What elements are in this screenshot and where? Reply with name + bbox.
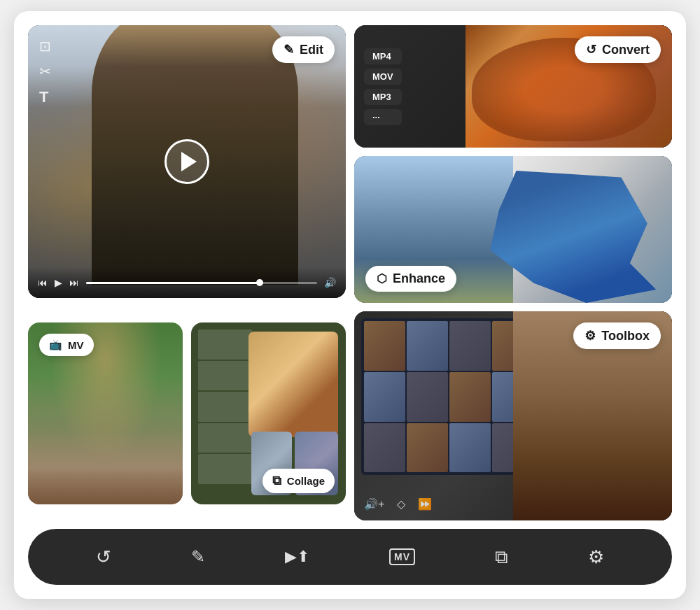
collage-cell-4 (198, 423, 252, 453)
next-icon[interactable]: ⏭ (69, 277, 79, 288)
thumb-9 (364, 423, 405, 473)
thumb-5 (364, 372, 405, 422)
mv-card[interactable]: 📺 MV (28, 322, 183, 504)
thumb-3 (449, 321, 491, 371)
toolbox-badge[interactable]: ⚙ Toolbox (573, 322, 661, 349)
collage-cell-2 (198, 361, 252, 391)
toolbox-card[interactable]: ⚙ Toolbox 🔊+ ◇ ⏩ (354, 311, 672, 520)
fast-forward-icon[interactable]: ⏩ (418, 497, 432, 511)
format-mp4: MP4 (364, 48, 402, 64)
nav-mv-icon: MV (389, 548, 415, 565)
convert-formats: MP4 MOV MP3 ··· (364, 48, 402, 125)
bottom-left-cards: 📺 MV ⧉ Collage (28, 322, 346, 504)
collage-main-image (248, 332, 338, 437)
mv-badge-icon: 📺 (49, 339, 62, 351)
edit-badge-icon: ✎ (284, 42, 294, 57)
thumb-11 (449, 423, 491, 473)
nav-convert-icon: ↺ (96, 546, 111, 568)
progress-bar[interactable] (86, 282, 317, 284)
collage-card[interactable]: ⧉ Collage (191, 322, 346, 504)
nav-enhance[interactable]: ▶⬆ (285, 548, 309, 566)
collage-cell-5 (198, 454, 252, 484)
thumb-1 (364, 321, 405, 371)
play-button[interactable] (164, 139, 209, 184)
enhance-card[interactable]: ⬡ Enhance (354, 156, 672, 303)
collage-cell-3 (198, 392, 252, 422)
edit-sidebar-icons: ⊡ ✂ T (39, 39, 51, 105)
prev-icon[interactable]: ⏮ (38, 277, 48, 288)
collage-grid (198, 329, 252, 484)
mv-badge[interactable]: 📺 MV (39, 334, 94, 356)
progress-dot (256, 279, 263, 286)
collage-cell-1 (198, 329, 252, 360)
edit-badge-label: Edit (300, 43, 323, 57)
convert-card[interactable]: MP4 MOV MP3 ··· ↺ Convert (354, 25, 672, 148)
convert-badge-icon: ↺ (586, 42, 596, 57)
collage-badge-label: Collage (287, 475, 325, 487)
crop-icon: ⊡ (39, 39, 51, 53)
app-container: ⊡ ✂ T ✎ Edit ⏮ ▶ ⏭ 🔊 (14, 11, 686, 599)
mv-badge-label: MV (68, 339, 84, 351)
toolbox-badge-icon: ⚙ (584, 328, 596, 343)
thumb-10 (407, 423, 448, 473)
collage-badge-icon: ⧉ (272, 474, 281, 488)
nav-enhance-icon: ▶⬆ (285, 548, 309, 566)
scissors-icon: ✂ (39, 64, 51, 78)
format-mov: MOV (364, 69, 402, 85)
progress-fill (86, 282, 260, 284)
thumb-2 (407, 321, 448, 371)
toolbox-bottom-icons: 🔊+ ◇ ⏩ (364, 497, 432, 511)
toolbox-badge-label: Toolbox (601, 329, 650, 343)
edit-badge[interactable]: ✎ Edit (272, 36, 335, 63)
main-grid: ⊡ ✂ T ✎ Edit ⏮ ▶ ⏭ 🔊 (28, 25, 672, 520)
play-triangle-icon (181, 152, 197, 171)
convert-badge[interactable]: ↺ Convert (575, 36, 661, 63)
edit-card[interactable]: ⊡ ✂ T ✎ Edit ⏮ ▶ ⏭ 🔊 (28, 25, 346, 298)
nav-edit[interactable]: ✎ (191, 547, 205, 567)
nav-toolbox[interactable]: ⚙ (588, 546, 604, 568)
bottom-nav: ↺ ✎ ▶⬆ MV ⧉ ⚙ (28, 529, 672, 585)
diamond-icon[interactable]: ◇ (397, 497, 405, 511)
convert-badge-label: Convert (602, 43, 650, 57)
nav-mv[interactable]: MV (389, 548, 415, 565)
thumb-7 (449, 372, 491, 422)
text-icon: T (39, 90, 51, 105)
format-mp3: MP3 (364, 89, 402, 105)
thumb-6 (407, 372, 448, 422)
nav-collage[interactable]: ⧉ (495, 546, 508, 568)
video-controls-bar: ⏮ ▶ ⏭ 🔊 (28, 267, 346, 298)
format-more: ··· (364, 109, 402, 125)
nav-collage-icon: ⧉ (495, 546, 508, 568)
toolbox-screen (361, 318, 536, 475)
enhance-badge-label: Enhance (393, 271, 445, 286)
volume-plus-icon[interactable]: 🔊+ (364, 497, 384, 511)
play-ctrl-icon[interactable]: ▶ (55, 277, 62, 288)
collage-badge[interactable]: ⧉ Collage (262, 469, 335, 493)
enhance-badge[interactable]: ⬡ Enhance (365, 266, 456, 292)
nav-edit-icon: ✎ (191, 547, 205, 567)
volume-icon[interactable]: 🔊 (324, 277, 336, 288)
enhance-badge-icon: ⬡ (377, 271, 387, 286)
right-column: MP4 MOV MP3 ··· ↺ Convert ⬡ (354, 25, 672, 520)
nav-toolbox-icon: ⚙ (588, 546, 604, 568)
nav-convert[interactable]: ↺ (96, 546, 111, 568)
